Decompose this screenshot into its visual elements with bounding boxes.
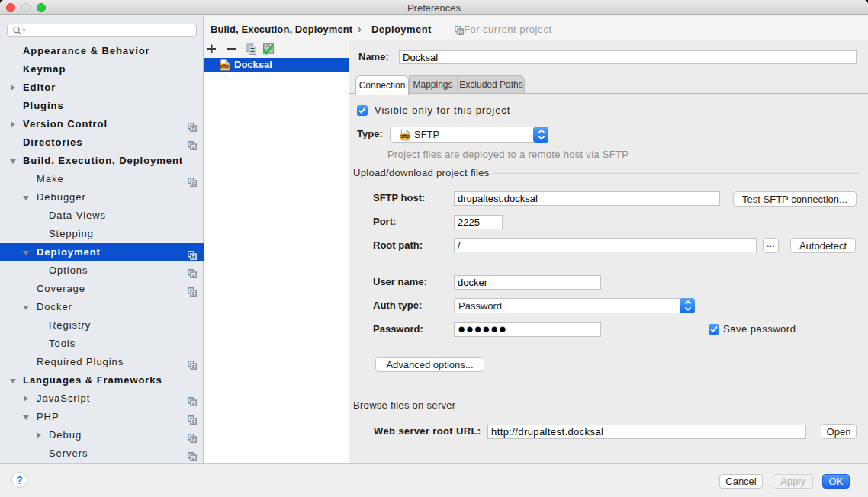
svg-text:sftp: sftp [220, 63, 229, 69]
svg-text:sftp: sftp [400, 133, 410, 139]
